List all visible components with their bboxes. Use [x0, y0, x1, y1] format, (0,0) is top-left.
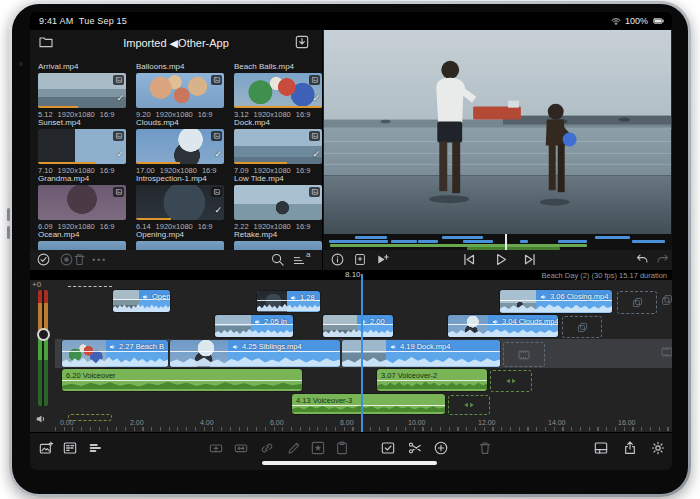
timeline-clip-128[interactable]: 1.28: [257, 291, 320, 312]
library-item[interactable]: Ocean.mp4: [38, 230, 126, 252]
clip-thumbnail[interactable]: [136, 129, 224, 164]
track-grid-icon[interactable]: [62, 440, 78, 456]
volume-up-button[interactable]: [7, 208, 10, 221]
play-insert-icon[interactable]: [375, 252, 391, 267]
overwrite-icon[interactable]: [233, 440, 249, 456]
clip-name: Sunset.mp4: [38, 118, 126, 128]
scissors-icon[interactable]: [407, 440, 423, 456]
home-indicator[interactable]: [262, 461, 437, 465]
timeline-clip-closing[interactable]: 3.06 Closing.mp4: [500, 290, 612, 313]
add-note-icon[interactable]: [353, 252, 367, 267]
usage-bar: [136, 162, 180, 165]
library-item[interactable]: Clouds.mp4 17.001920x108016:9: [136, 118, 224, 175]
overview-bar: [632, 240, 665, 243]
select-check-icon[interactable]: [380, 440, 396, 456]
redo-icon[interactable]: [655, 252, 670, 267]
clip-thumbnail[interactable]: [136, 73, 224, 108]
library-item[interactable]: Dock.mp4 7.091920x108016:9: [234, 118, 322, 175]
track-film-icon[interactable]: [660, 345, 672, 359]
library-item[interactable]: Sunset.mp4 7.101920x108016:9: [38, 118, 126, 175]
search-icon[interactable]: [270, 252, 285, 267]
library-item[interactable]: Introspection-1.mp4 6.141920x108016:9: [136, 174, 224, 231]
timeline-clip-opening-overlay[interactable]: Open: [113, 290, 170, 312]
audio-placeholder-stretch[interactable]: [448, 395, 490, 415]
clip-thumbnail[interactable]: [38, 185, 126, 220]
check-icon: [214, 205, 222, 215]
check-icon: [116, 93, 124, 103]
clip-thumbnail[interactable]: [38, 129, 126, 164]
gain-label: +0: [32, 280, 41, 289]
info-icon[interactable]: [330, 252, 345, 267]
status-date: Tue Sep 15: [79, 16, 127, 26]
link-icon[interactable]: [259, 440, 275, 456]
clip-thumbnail[interactable]: [136, 185, 224, 220]
clip-placeholder-copy[interactable]: [617, 291, 657, 314]
sort-letter: a: [306, 250, 310, 259]
insert-icon[interactable]: [208, 440, 224, 456]
library-item[interactable]: Grandma.mp4 6.091920x108016:9: [38, 174, 126, 231]
star-icon[interactable]: [310, 440, 326, 456]
volume-down-button[interactable]: [7, 226, 10, 239]
clip-placeholder-film[interactable]: [503, 342, 545, 367]
play-icon[interactable]: [492, 251, 509, 268]
playhead[interactable]: [361, 274, 363, 432]
add-circle-icon[interactable]: [433, 440, 449, 456]
trash-icon[interactable]: [72, 252, 87, 267]
import-icon[interactable]: [294, 34, 310, 50]
clip-thumbnail[interactable]: [234, 185, 322, 220]
skip-back-icon[interactable]: [460, 251, 477, 268]
overview-bar: [520, 240, 528, 243]
timeline-clip-dock[interactable]: 4.19 Dock.mp4: [342, 340, 500, 367]
overview-playhead[interactable]: [505, 234, 507, 250]
bottom-toolbar: [30, 432, 672, 470]
timeline-clip-clouds[interactable]: 3.04 Clouds.mp4: [448, 315, 558, 337]
timeline-clip-200[interactable]: 2.00: [323, 315, 393, 337]
check-icon: [214, 149, 222, 159]
track-copy-icon[interactable]: [660, 293, 672, 307]
more-dots-icon[interactable]: [92, 253, 107, 263]
timeline[interactable]: +0 Open 1.28 3.06 Closing.mp4 2.05: [30, 280, 672, 432]
clipboard-icon[interactable]: [334, 440, 350, 456]
video-preview[interactable]: [323, 30, 672, 234]
ruler-label: 8.00: [340, 419, 354, 426]
library-item[interactable]: Low Tide.mp4 2.221920x108016:9: [234, 174, 322, 231]
library-item[interactable]: Opening.mp4: [136, 230, 224, 252]
multiview-icon[interactable]: [593, 440, 609, 456]
library-title[interactable]: Imported ◀Other-App: [30, 37, 322, 50]
timeline-overview[interactable]: [323, 234, 672, 250]
ruler-label: 6.00: [270, 419, 284, 426]
level-knob[interactable]: [37, 328, 50, 341]
audio-clip-voiceover[interactable]: 6.20 Voiceover: [62, 369, 302, 391]
library-item[interactable]: Beach Balls.mp4 3.121920x108016:9: [234, 62, 322, 119]
track-list-icon[interactable]: [88, 440, 104, 456]
library-item[interactable]: Retake.mp4: [234, 230, 322, 252]
preview-toolbar: [323, 250, 672, 270]
clip-thumbnail[interactable]: [234, 129, 322, 164]
clip-thumbnail[interactable]: [38, 73, 126, 108]
select-circle-icon[interactable]: [36, 252, 51, 267]
media-library-panel: Imported ◀Other-App Arrival.mp4 5.121920…: [30, 30, 322, 250]
add-media-icon[interactable]: [38, 440, 54, 456]
library-item[interactable]: Arrival.mp4 5.121920x108016:9: [38, 62, 126, 119]
timeline-clip-introspection[interactable]: 2.05 In: [215, 315, 293, 337]
settings-gear-icon[interactable]: [650, 440, 666, 456]
audio-placeholder-stretch[interactable]: [490, 370, 532, 392]
preview-beach-scene: [323, 30, 672, 234]
trash-icon[interactable]: [477, 440, 493, 456]
speaker-icon[interactable]: [35, 412, 49, 426]
front-camera: [19, 62, 23, 66]
timeline-clip-beachballs[interactable]: 2.27 Beach B: [62, 340, 168, 367]
clip-thumbnail[interactable]: [234, 73, 322, 108]
library-item[interactable]: Balloons.mp4 9.201920x108016:9: [136, 62, 224, 119]
sort-by-name-icon[interactable]: [292, 253, 306, 267]
skip-forward-icon[interactable]: [522, 251, 539, 268]
range-marker-dashed: [68, 414, 112, 421]
pencil-icon[interactable]: [286, 440, 302, 456]
undo-icon[interactable]: [635, 252, 650, 267]
clip-placeholder-copy[interactable]: [562, 316, 602, 338]
audio-clip-voiceover-2[interactable]: 3.07 Voiceover-2: [377, 369, 487, 391]
overview-bar: [355, 236, 387, 239]
share-icon[interactable]: [622, 440, 638, 456]
timeline-clip-siblings[interactable]: 4.25 Siblings.mp4: [170, 340, 340, 367]
audio-clip-voiceover-3[interactable]: 4.13 Voiceover-3: [292, 394, 445, 414]
